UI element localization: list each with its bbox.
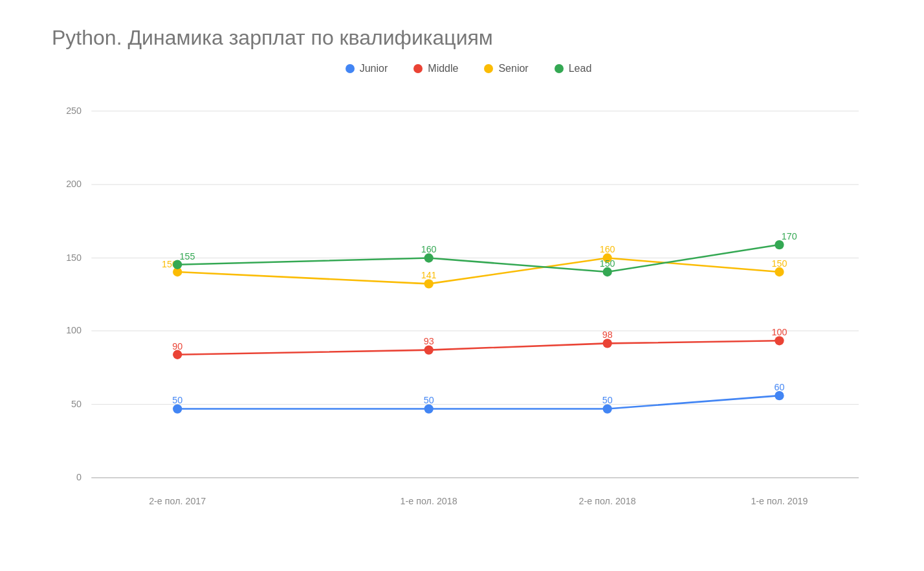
label-senior-2: 160	[600, 244, 615, 254]
xlabel-2: 2-е пол. 2018	[579, 496, 636, 506]
legend-label-senior: Senior	[498, 63, 528, 74]
label-lead-3: 170	[782, 231, 797, 241]
legend-dot-lead	[555, 64, 564, 73]
ylabel-250: 250	[66, 106, 82, 116]
legend-item-lead: Lead	[555, 63, 592, 74]
chart-title: Python. Динамика зарплат по квалификация…	[52, 26, 885, 50]
xlabel-3: 1-е пол. 2019	[751, 496, 808, 506]
dot-middle-2	[603, 339, 612, 348]
label-lead-1: 160	[421, 244, 437, 254]
label-junior-0: 50	[172, 395, 182, 405]
chart-area: 0 50 100 150 200 250 2-е пол. 2017 1-е п…	[52, 94, 885, 520]
legend-dot-middle	[413, 64, 423, 73]
legend-label-junior: Junior	[360, 63, 388, 74]
dot-lead-1	[424, 253, 434, 262]
xlabel-1: 1-е пол. 2018	[401, 496, 457, 506]
legend-label-middle: Middle	[428, 63, 458, 74]
dot-middle-0	[173, 350, 182, 359]
legend-dot-senior	[484, 64, 493, 73]
legend-item-middle: Middle	[413, 63, 458, 74]
legend-item-senior: Senior	[484, 63, 528, 74]
label-junior-2: 50	[602, 395, 613, 405]
line-junior	[177, 396, 779, 409]
label-middle-1: 93	[424, 336, 434, 346]
chart-svg: 0 50 100 150 200 250 2-е пол. 2017 1-е п…	[52, 94, 885, 517]
label-lead-0: 155	[180, 251, 195, 262]
label-lead-2: 150	[600, 258, 615, 269]
dot-lead-3	[775, 240, 784, 249]
ylabel-100: 100	[66, 325, 82, 335]
ylabel-0: 0	[76, 472, 82, 482]
dot-junior-1	[424, 404, 434, 413]
ylabel-50: 50	[71, 399, 82, 409]
legend-dot-junior	[346, 64, 355, 73]
label-junior-1: 50	[424, 395, 434, 405]
dot-junior-0	[173, 404, 182, 413]
xlabel-0: 2-е пол. 2017	[149, 496, 206, 506]
dot-junior-3	[775, 391, 784, 400]
ylabel-200: 200	[66, 179, 82, 189]
ylabel-150: 150	[66, 252, 82, 263]
label-junior-3: 60	[774, 382, 784, 392]
legend-item-junior: Junior	[346, 63, 388, 74]
dot-lead-0	[173, 260, 182, 269]
dot-senior-1	[424, 279, 434, 288]
dot-lead-2	[603, 267, 612, 276]
dot-middle-1	[424, 345, 434, 354]
dot-senior-3	[775, 267, 784, 276]
label-senior-3: 150	[772, 258, 787, 269]
dot-junior-2	[603, 404, 612, 413]
chart-container: Python. Динамика зарплат по квалификация…	[0, 0, 924, 571]
legend-label-lead: Lead	[569, 63, 592, 74]
label-middle-3: 100	[772, 327, 787, 337]
label-senior-1: 141	[421, 270, 437, 280]
dot-middle-3	[775, 336, 784, 345]
line-middle	[177, 341, 779, 354]
label-middle-0: 90	[172, 341, 182, 352]
legend: Junior Middle Senior Lead	[52, 63, 885, 74]
label-middle-2: 98	[602, 330, 613, 340]
